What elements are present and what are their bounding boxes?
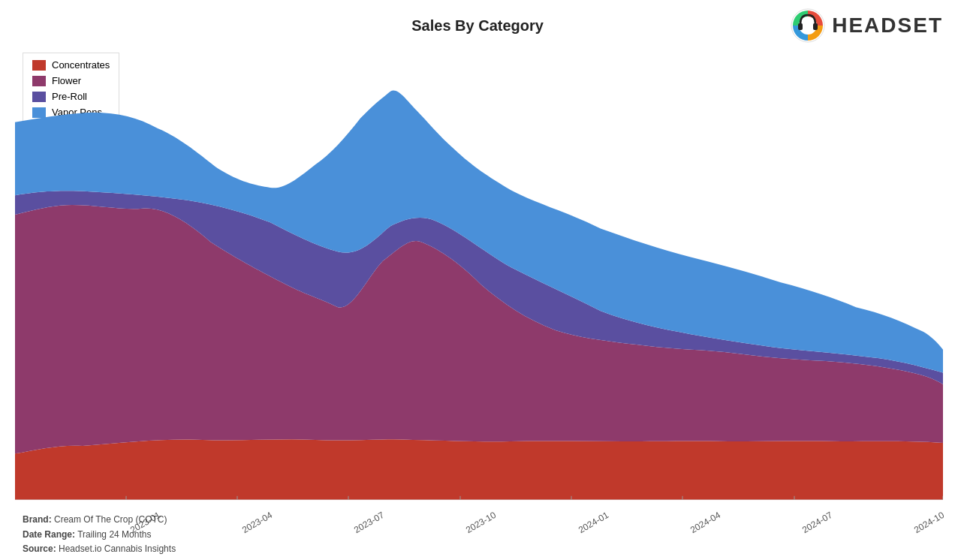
- x-label-2024-04: 2024-04: [688, 510, 722, 535]
- brand-value: Cream Of The Crop (COTC): [54, 514, 167, 525]
- svg-rect-2: [813, 23, 818, 30]
- footer-daterange: Date Range: Trailing 24 Months: [23, 528, 176, 542]
- daterange-value: Trailing 24 Months: [77, 529, 151, 540]
- x-label-2023-10: 2023-10: [464, 510, 498, 535]
- footer-source: Source: Headset.io Cannabis Insights: [23, 542, 176, 556]
- source-label: Source:: [23, 543, 56, 554]
- footer-brand: Brand: Cream Of The Crop (COTC): [23, 513, 176, 527]
- concentrates-area: [15, 439, 943, 500]
- logo-area: HEADSET: [790, 8, 943, 44]
- daterange-label: Date Range:: [23, 529, 75, 540]
- brand-label: Brand:: [23, 514, 52, 525]
- chart-container: Sales By Category HEADSET Concentrates: [0, 0, 958, 560]
- header: Sales By Category HEADSET: [0, 0, 958, 44]
- chart-title: Sales By Category: [165, 17, 790, 35]
- x-label-2024-01: 2024-01: [576, 510, 610, 535]
- chart-area: 2023-01 2023-04 2023-07 2023-10 2024-01 …: [15, 45, 943, 500]
- headset-logo-icon: [790, 8, 826, 44]
- x-label-2023-04: 2023-04: [240, 510, 274, 535]
- logo-text: HEADSET: [832, 14, 943, 38]
- svg-rect-1: [798, 23, 803, 30]
- footer-info: Brand: Cream Of The Crop (COTC) Date Ran…: [23, 513, 176, 556]
- x-label-2024-10: 2024-10: [912, 510, 946, 535]
- x-label-2024-07: 2024-07: [800, 510, 834, 535]
- source-value: Headset.io Cannabis Insights: [59, 543, 176, 554]
- x-label-2023-07: 2023-07: [352, 510, 386, 535]
- area-chart-svg: [15, 45, 943, 500]
